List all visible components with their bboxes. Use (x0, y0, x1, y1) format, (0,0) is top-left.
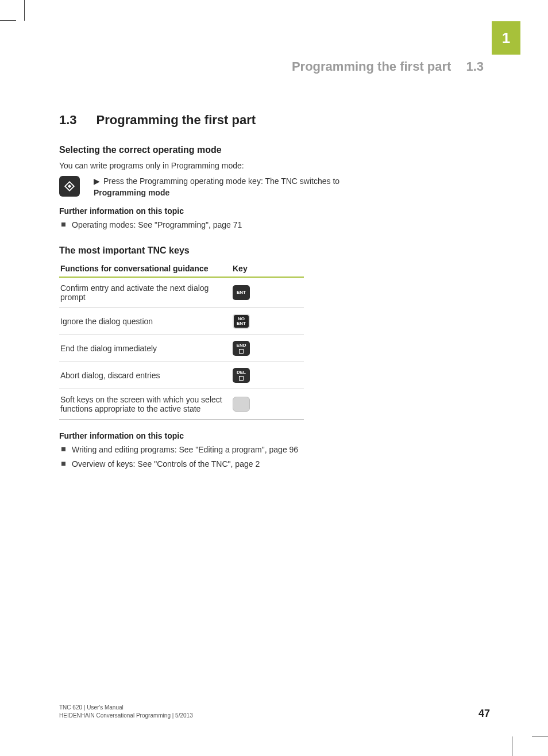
manual-page: 1 Programming the first part 1.3 1.3 Pro… (0, 0, 548, 756)
step-text: ▶Press the Programming operating mode ke… (94, 176, 358, 198)
keycap-icon: END (233, 341, 250, 356)
table-header-key: Key (231, 262, 304, 277)
keycap-icon: NOENT (233, 314, 250, 329)
crop-mark (0, 20, 16, 21)
chapter-tab: 1 (492, 21, 520, 55)
table-row: Abort dialog, discard entriesDEL (59, 362, 304, 389)
keycap-icon: ENT (233, 285, 250, 300)
section-heading: 1.3 Programming the first part (59, 113, 358, 128)
step-text-pre: Press the Programming operating mode key… (103, 176, 339, 186)
body-text: You can write programs only in Programmi… (59, 161, 358, 170)
step-text-bold: Programming mode (94, 188, 169, 197)
instruction-step: ▶Press the Programming operating mode ke… (59, 176, 358, 198)
footer-line2: HEIDENHAIN Conversational Programming | … (59, 712, 193, 720)
svg-rect-1 (68, 185, 71, 188)
table-cell-function: Abort dialog, discard entries (59, 362, 231, 389)
triangle-bullet-icon: ▶ (94, 176, 100, 187)
table-row: Soft keys on the screen with which you s… (59, 389, 304, 420)
crop-mark (512, 736, 512, 756)
crop-mark (532, 736, 548, 736)
table-cell-key: END (231, 335, 304, 362)
diamond-icon (63, 180, 76, 193)
further-info-list-2: Writing and editing programs: See "Editi… (59, 444, 358, 470)
programming-mode-key-icon (59, 176, 80, 197)
table-cell-function: End the dialog immediately (59, 335, 231, 362)
further-info-label: Further information on this topic (59, 206, 358, 216)
table-cell-function: Ignore the dialog question (59, 308, 231, 335)
further-info-list-1: Operating modes: See "Programming", page… (59, 219, 358, 231)
footer-line1: TNC 620 | User's Manual (59, 704, 193, 712)
table-row: Ignore the dialog questionNOENT (59, 308, 304, 335)
keycap-icon: DEL (233, 368, 250, 383)
table-cell-key: DEL (231, 362, 304, 389)
crop-mark (24, 0, 25, 21)
subsection-title: Selecting the correct operating mode (59, 145, 358, 155)
table-cell-key: ENT (231, 277, 304, 308)
table-header-functions: Functions for conversational guidance (59, 262, 231, 277)
further-info-label: Further information on this topic (59, 431, 358, 440)
key-functions-table: Functions for conversational guidance Ke… (59, 262, 304, 420)
table-cell-key (231, 389, 304, 420)
section-number: 1.3 (59, 113, 77, 128)
section-title: Programming the first part (97, 113, 256, 128)
table-cell-function: Confirm entry and activate the next dial… (59, 277, 231, 308)
running-head-number: 1.3 (466, 59, 484, 74)
subsection-title: The most important TNC keys (59, 245, 358, 256)
table-row: End the dialog immediatelyEND (59, 335, 304, 362)
running-head-title: Programming the first part (292, 59, 451, 74)
footer-meta: TNC 620 | User's Manual HEIDENHAIN Conve… (59, 704, 193, 720)
list-item: Overview of keys: See "Controls of the T… (59, 458, 358, 470)
page-footer: TNC 620 | User's Manual HEIDENHAIN Conve… (59, 704, 490, 720)
running-head: Programming the first part 1.3 (292, 59, 484, 74)
table-row: Confirm entry and activate the next dial… (59, 277, 304, 308)
table-cell-function: Soft keys on the screen with which you s… (59, 389, 231, 420)
list-item: Writing and editing programs: See "Editi… (59, 444, 358, 455)
page-content: 1.3 Programming the first part Selecting… (59, 113, 358, 472)
keycap-icon (233, 397, 250, 412)
table-cell-key: NOENT (231, 308, 304, 335)
page-number: 47 (478, 708, 490, 720)
list-item: Operating modes: See "Programming", page… (59, 219, 358, 231)
key-table-body: Confirm entry and activate the next dial… (59, 277, 304, 420)
